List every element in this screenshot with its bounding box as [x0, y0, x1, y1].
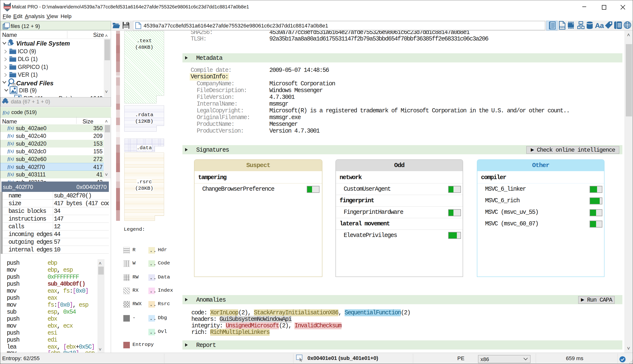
svg-text:10101: 10101: [4, 6, 10, 9]
svg-text:0101: 0101: [559, 26, 565, 28]
